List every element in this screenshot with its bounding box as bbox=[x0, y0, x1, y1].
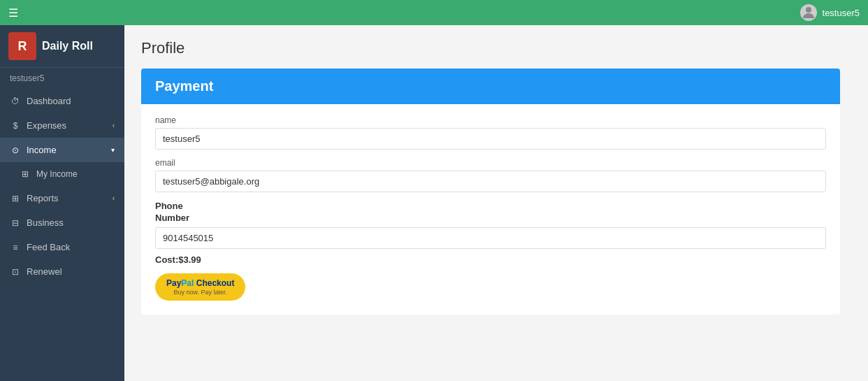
payment-body: name email Phone Number Cost:$3.99 PayPa… bbox=[141, 104, 840, 315]
main-content: Profile Payment name email Phone Number bbox=[124, 25, 868, 381]
sidebar-item-label: Dashboard bbox=[27, 96, 71, 106]
sidebar-item-expenses[interactable]: $ Expenses ‹ bbox=[0, 113, 124, 138]
user-info: testuser5 bbox=[800, 4, 860, 21]
sidebar-item-label: My Income bbox=[36, 169, 78, 179]
chevron-icon: ‹ bbox=[113, 122, 115, 129]
cost-label: Cost:$3.99 bbox=[155, 254, 826, 265]
sidebar-item-label: Expenses bbox=[27, 120, 66, 131]
sidebar-item-my-income[interactable]: ⊞ My Income bbox=[0, 162, 124, 186]
hamburger-icon[interactable]: ☰ bbox=[8, 6, 18, 20]
avatar bbox=[800, 4, 817, 21]
sidebar-item-label: Reports bbox=[27, 193, 59, 203]
phone-input[interactable] bbox=[155, 227, 826, 249]
income-icon: ⊙ bbox=[10, 145, 21, 155]
expenses-icon: $ bbox=[10, 121, 21, 131]
feedback-icon: ≡ bbox=[10, 243, 21, 252]
layout: R Daily Roll testuser5 ⏱ Dashboard $ Exp… bbox=[0, 25, 868, 381]
dashboard-icon: ⏱ bbox=[10, 96, 21, 106]
topbar: ☰ testuser5 bbox=[0, 0, 868, 25]
paypal-checkout-button[interactable]: PayPal Checkout Buy now. Pay later. bbox=[155, 273, 245, 301]
sidebar-item-renewel[interactable]: ⊡ Renewel bbox=[0, 259, 124, 284]
sidebar-item-income[interactable]: ⊙ Income ▾ bbox=[0, 138, 124, 162]
username-label: testuser5 bbox=[823, 8, 860, 18]
brand-logo: R bbox=[8, 32, 36, 60]
payment-title: Payment bbox=[155, 78, 213, 94]
sidebar-username: testuser5 bbox=[0, 68, 124, 89]
sidebar-item-feedback[interactable]: ≡ Feed Back bbox=[0, 235, 124, 259]
email-field-group: email bbox=[155, 158, 826, 192]
sidebar-item-label: Renewel bbox=[27, 266, 62, 277]
chevron-icon: ▾ bbox=[111, 146, 115, 154]
email-label: email bbox=[155, 158, 826, 168]
reports-icon: ⊞ bbox=[10, 194, 21, 203]
page-title: Profile bbox=[141, 39, 851, 57]
paypal-button-label: PayPal Checkout bbox=[166, 278, 234, 288]
name-input[interactable] bbox=[155, 128, 826, 150]
phone-section: Phone Number bbox=[155, 201, 826, 249]
brand-name: Daily Roll bbox=[42, 40, 93, 52]
name-label: name bbox=[155, 115, 826, 125]
my-income-icon: ⊞ bbox=[20, 169, 31, 179]
chevron-icon: ‹ bbox=[113, 194, 115, 202]
email-input[interactable] bbox=[155, 171, 826, 192]
svg-point-0 bbox=[806, 7, 811, 13]
business-icon: ⊟ bbox=[10, 218, 21, 228]
sidebar-item-label: Business bbox=[27, 217, 64, 228]
renewel-icon: ⊡ bbox=[10, 267, 21, 277]
sidebar-item-label: Feed Back bbox=[27, 242, 70, 252]
name-field-group: name bbox=[155, 115, 826, 150]
sidebar-brand: R Daily Roll bbox=[0, 25, 124, 68]
paypal-button-sublabel: Buy now. Pay later. bbox=[173, 289, 227, 296]
sidebar: R Daily Roll testuser5 ⏱ Dashboard $ Exp… bbox=[0, 25, 124, 381]
phone-sublabel: Number bbox=[155, 213, 826, 223]
sidebar-item-business[interactable]: ⊟ Business bbox=[0, 210, 124, 235]
phone-label: Phone bbox=[155, 201, 826, 211]
payment-card: Payment name email Phone Number Cost:$3.… bbox=[141, 69, 840, 315]
sidebar-item-label: Income bbox=[27, 145, 57, 155]
payment-header: Payment bbox=[141, 69, 840, 104]
sidebar-item-reports[interactable]: ⊞ Reports ‹ bbox=[0, 186, 124, 210]
sidebar-nav: ⏱ Dashboard $ Expenses ‹ ⊙ Income ▾ ⊞ My… bbox=[0, 89, 124, 381]
sidebar-item-dashboard[interactable]: ⏱ Dashboard bbox=[0, 89, 124, 113]
